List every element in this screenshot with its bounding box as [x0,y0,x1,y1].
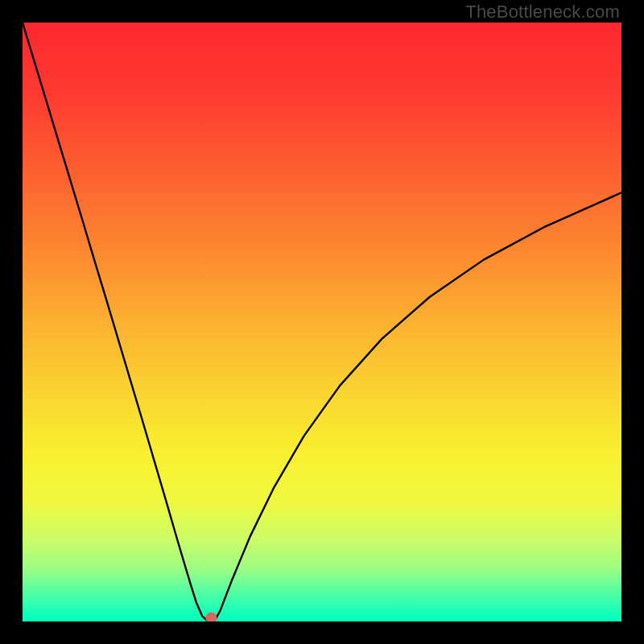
watermark-text: TheBottleneck.com [465,2,620,23]
chart-frame [23,23,621,621]
bottleneck-chart [23,23,621,621]
